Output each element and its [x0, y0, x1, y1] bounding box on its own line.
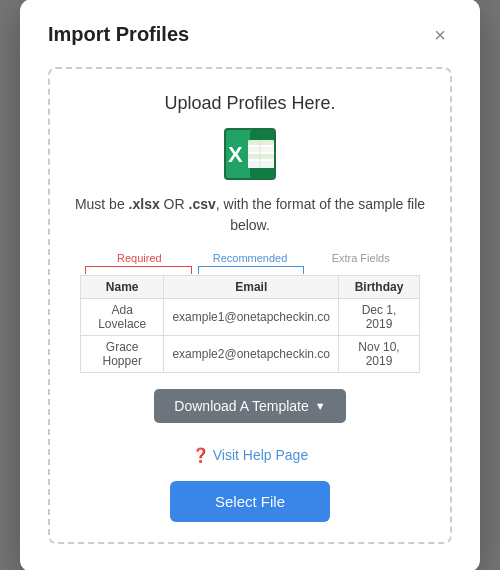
legend-extra: Extra Fields — [305, 252, 416, 264]
modal-overlay: Import Profiles × Upload Profiles Here. … — [0, 0, 500, 570]
table-header-row: Name Email Birthday — [81, 275, 420, 298]
import-profiles-modal: Import Profiles × Upload Profiles Here. … — [20, 0, 480, 570]
modal-title: Import Profiles — [48, 23, 189, 46]
table-cell: example2@onetapcheckin.co — [164, 335, 339, 372]
excel-icon: X — [224, 128, 276, 180]
bracket-recommended — [198, 266, 305, 274]
modal-header: Import Profiles × — [48, 23, 452, 47]
table-cell: example1@onetapcheckin.co — [164, 298, 339, 335]
upload-title: Upload Profiles Here. — [70, 93, 430, 114]
table-cell: Nov 10, 2019 — [339, 335, 420, 372]
sample-table: Name Email Birthday Ada Lovelaceexample1… — [80, 275, 420, 373]
table-cell: Dec 1, 2019 — [339, 298, 420, 335]
legend-required: Required — [84, 252, 195, 264]
format-description: Must be .xlsx OR .csv, with the format o… — [70, 194, 430, 236]
svg-rect-5 — [248, 147, 274, 152]
download-template-label: Download A Template — [174, 398, 308, 414]
dropdown-caret-icon: ▼ — [315, 400, 326, 412]
sample-table-wrapper: Required Recommended Extra Fields Name — [80, 252, 420, 373]
select-file-button[interactable]: Select File — [170, 481, 330, 522]
bracket-required — [85, 266, 192, 274]
table-cell: Grace Hopper — [81, 335, 164, 372]
close-button[interactable]: × — [428, 23, 452, 47]
table-row: Ada Lovelaceexample1@onetapcheckin.coDec… — [81, 298, 420, 335]
bracket-extra — [310, 266, 415, 274]
csv-text: .csv — [189, 196, 216, 212]
col-birthday: Birthday — [339, 275, 420, 298]
visit-help-link[interactable]: ❓ Visit Help Page — [70, 447, 430, 463]
help-icon: ❓ — [192, 447, 209, 463]
upload-area: Upload Profiles Here. X Must be .xlsx OR… — [48, 67, 452, 544]
download-template-button[interactable]: Download A Template ▼ — [154, 389, 345, 423]
table-cell: Ada Lovelace — [81, 298, 164, 335]
svg-text:X: X — [228, 142, 243, 167]
svg-rect-7 — [248, 161, 274, 168]
legend-labels: Required Recommended Extra Fields — [80, 252, 420, 264]
legend-recommended: Recommended — [195, 252, 306, 264]
svg-rect-4 — [248, 140, 274, 145]
xlsx-text: .xlsx — [129, 196, 160, 212]
help-link-label: Visit Help Page — [213, 447, 308, 463]
col-name: Name — [81, 275, 164, 298]
table-row: Grace Hopperexample2@onetapcheckin.coNov… — [81, 335, 420, 372]
bracket-lines — [80, 266, 420, 274]
col-email: Email — [164, 275, 339, 298]
svg-rect-6 — [248, 154, 274, 159]
